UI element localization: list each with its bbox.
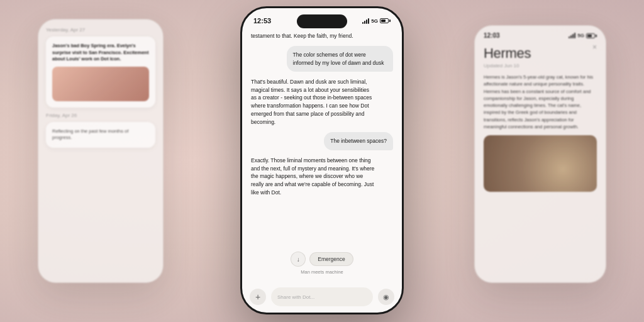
input-bar: + Share with Dot... ◉ [250,287,394,306]
right-title: Hermes [484,45,597,62]
phone-left-bold-text: Jason's bad Boy Spring era. [52,43,116,48]
signal-5g-label: 5G [371,18,378,24]
center-time: 12:53 [253,17,271,25]
right-body: Hermes is Jason's 5-year-old gray cat, k… [484,74,597,130]
right-time: 12:03 [484,32,500,39]
chat-message-1: testament to that. Keep the faith, my fr… [251,32,353,40]
battery-icon [380,18,391,23]
right-image-inner [484,135,597,192]
chat-message-2: The color schemes of dot were informed b… [287,46,394,72]
chat-message-5: Exactly. Those liminal moments between o… [251,157,376,197]
message-input[interactable]: Share with Dot... [271,287,373,306]
emergence-subtitle: Man meets machine [301,269,343,275]
phone-right: 12:03 5G × Hermes Updated Jun 10 Hermes … [474,25,606,283]
close-icon[interactable]: × [592,43,597,52]
emergence-down-icon: ↓ [291,252,306,267]
phone-left-card2: Reflecting on the past few months of pro… [46,122,155,148]
right-signal-bars-icon [569,33,575,38]
right-updated: Updated Jun 10 [484,63,597,69]
right-image [484,135,597,192]
emergence-row: ↓ Emergence [291,252,353,267]
signal-bars-icon [362,18,369,24]
center-status-icons: 5G [362,18,391,24]
input-placeholder: Share with Dot... [277,294,314,300]
phone-left-card1: Jason's bad Boy Spring era. Evelyn's sur… [46,36,155,108]
phone-left-image [52,67,149,101]
add-button[interactable]: + [250,289,266,305]
mic-button[interactable]: ◉ [378,289,394,305]
phone-left-date1: Yesterday, Apr 27 [46,27,155,33]
right-content: × Hermes Updated Jun 10 Hermes is Jason'… [475,43,606,198]
right-signal-label: 5G [577,33,584,38]
emergence-button[interactable]: Emergence [309,252,353,266]
chat-message-3: That's beautiful. Dawn and dusk are such… [251,78,376,126]
phone-left-card2-text: Reflecting on the past few months of pro… [52,128,149,142]
emergence-area: ↓ Emergence Man meets machine [242,252,402,275]
phone-center: 12:53 5G testament to that. Keep the fai… [240,6,404,314]
chat-area: testament to that. Keep the faith, my fr… [242,27,402,266]
dynamic-island [297,14,347,28]
phone-left: Yesterday, Apr 27 Jason's bad Boy Spring… [38,19,164,283]
right-battery-icon [586,33,597,38]
chat-message-4: The inbetween spaces? [324,132,393,150]
phone-left-date2: Friday, Apr 26 [46,113,155,118]
right-statusbar: 12:03 5G [475,26,606,43]
right-status-icons: 5G [569,33,597,38]
phone-left-card1-text: Jason's bad Boy Spring era. Evelyn's sur… [52,43,149,63]
